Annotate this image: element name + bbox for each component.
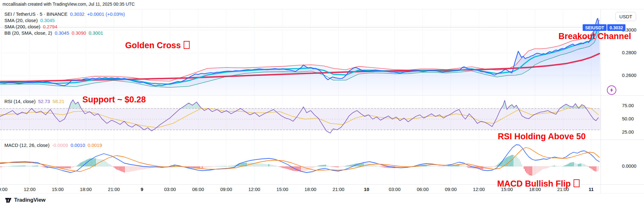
time-axis-label: 03:00	[161, 187, 180, 192]
time-axis-label: 12:00	[469, 187, 488, 192]
time-axis-label: 03:00	[385, 187, 404, 192]
legend-macd-row[interactable]: MACD (12, 26, close) -0.0009 0.0010 0.00…	[4, 142, 103, 148]
time-axis-label: 10	[357, 187, 376, 192]
price-axis-label: 0.2600	[622, 72, 636, 78]
legend-bb-row[interactable]: BB (20, SMA, close, 2) 0.3045 0.3090 0.3…	[4, 30, 104, 36]
currency-button[interactable]: USDT	[615, 12, 636, 21]
checkmark-tofu-icon	[184, 41, 190, 49]
annotation-breakout-channel: Breakout Channel	[558, 32, 631, 41]
rsi-axis-label: 50.00	[622, 116, 634, 121]
bb-upper: 0.3090	[72, 30, 86, 36]
time-axis-label: 18:00	[301, 187, 320, 192]
time-axis-label: 09:00	[0, 187, 11, 192]
symbol-title: SEI / TetherUS · 5 · BINANCE	[4, 11, 68, 17]
rsi-ma-value: 58.21	[53, 99, 64, 104]
time-axis-label: 06:00	[413, 187, 432, 192]
time-axis-label: 12:00	[20, 187, 39, 192]
checkmark-tofu-icon	[574, 179, 580, 187]
sma200-value: 0.2794	[43, 24, 57, 29]
symbol-change: +0.0001 (+0.03%)	[87, 11, 125, 17]
time-axis-label: 9	[132, 187, 151, 192]
legend-sma200-row[interactable]: SMA (200, close) 0.2794	[4, 24, 58, 29]
time-axis-label: 18:00	[76, 187, 95, 192]
macd-axis-label: 0.0000	[622, 163, 636, 169]
annotation-macd-note: MACD Bullish Flip	[497, 179, 580, 189]
bb-basis: 0.3045	[55, 30, 69, 36]
macd-line-value: 0.0010	[71, 142, 85, 148]
macd-hist-value: -0.0009	[52, 142, 68, 148]
sma20-label: SMA (20, close)	[4, 18, 38, 23]
instant-order-button[interactable]	[607, 85, 616, 95]
time-axis-label: 12:00	[245, 187, 264, 192]
macd-signal-value: 0.0019	[88, 142, 102, 148]
attribution-text: mccallisaiah created with TradingView.co…	[3, 2, 135, 7]
legend-sma20-row[interactable]: SMA (20, close) 0.3045	[4, 18, 56, 23]
macd-label: MACD (12, 26, close)	[4, 142, 49, 148]
time-axis-label: 09:00	[441, 187, 460, 192]
tradingview-logo[interactable]: TradingView	[5, 197, 46, 204]
annotation-rsi-note: RSI Holding Above 50	[498, 132, 586, 142]
sma200-label: SMA (200, close)	[4, 24, 40, 29]
time-axis-label: 09:00	[217, 187, 236, 192]
bottom-border	[0, 193, 644, 194]
rsi-axis-label: 25.00	[622, 129, 634, 135]
annotation-support: Support ~ $0.28	[82, 95, 146, 105]
tradingview-chart-page: mccallisaiah created with TradingView.co…	[0, 0, 644, 208]
annotation-golden-cross: Golden Cross	[125, 41, 190, 50]
sma20-value: 0.3045	[40, 18, 55, 23]
price-axis-label: 0.2800	[622, 50, 636, 55]
legend-rsi-row[interactable]: RSI (14, close) 52.73 58.21	[4, 99, 66, 104]
logo-text: TradingView	[14, 197, 46, 203]
time-axis-label: 06:00	[189, 187, 208, 192]
bb-lower: 0.3001	[89, 30, 103, 36]
current-price-badge[interactable]: 0.3032	[607, 24, 625, 31]
lightning-icon	[609, 87, 614, 93]
symbol-price-badge[interactable]: SEIUSDT	[583, 24, 607, 31]
legend-symbol-row[interactable]: SEI / TetherUS · 5 · BINANCE 0.3032 +0.0…	[4, 11, 126, 17]
rsi-value: 52.73	[38, 99, 50, 104]
rsi-axis-label: 75.00	[622, 103, 634, 108]
symbol-price: 0.3032	[70, 11, 85, 17]
rsi-label: RSI (14, close)	[4, 99, 36, 104]
time-axis-label: 21:00	[329, 187, 348, 192]
time-axis-label: 15:00	[48, 187, 67, 192]
time-axis-label: 11	[582, 187, 601, 192]
bb-label: BB (20, SMA, close, 2)	[4, 30, 52, 36]
tradingview-mark-icon	[5, 197, 12, 204]
time-axis-label: 15:00	[273, 187, 292, 192]
time-axis-label: 21:00	[104, 187, 123, 192]
